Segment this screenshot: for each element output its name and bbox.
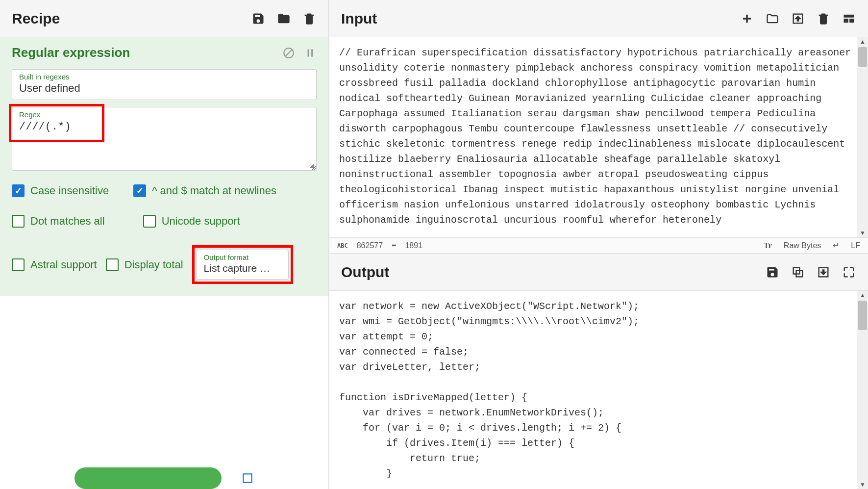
resize-handle[interactable] — [307, 161, 314, 168]
astral-label: Astral support — [30, 258, 97, 271]
maximize-output-icon[interactable] — [842, 265, 856, 280]
svg-rect-3 — [311, 49, 313, 56]
regex-options-row3: Astral support Display total Output form… — [12, 245, 317, 284]
checkbox-unchecked-icon — [12, 215, 25, 228]
abc-icon: ABC — [337, 242, 348, 249]
scrollbar-thumb[interactable] — [858, 301, 867, 330]
delete-recipe-icon[interactable] — [302, 11, 317, 26]
pause-operation-icon[interactable] — [304, 47, 317, 59]
operation-header: Regular expression — [12, 45, 317, 60]
folder-icon[interactable] — [276, 11, 291, 26]
svg-rect-2 — [308, 49, 309, 56]
output-scrollbar[interactable]: ▲ ▼ — [857, 291, 868, 489]
regex-operation: Regular expression Built in regexes User… — [0, 37, 328, 296]
recipe-header: Recipe — [0, 0, 328, 37]
checkbox-unchecked-icon — [106, 258, 119, 271]
output-textarea[interactable]: var network = new ActiveXObject("WScript… — [329, 291, 868, 489]
scrollbar-thumb[interactable] — [858, 47, 867, 67]
builtin-regex-label: Built in regexes — [19, 73, 309, 81]
input-title: Input — [341, 10, 377, 27]
input-char-count: 862577 — [357, 241, 383, 250]
scroll-up-icon[interactable]: ▲ — [858, 291, 867, 300]
svg-rect-10 — [849, 19, 854, 23]
regex-options-row1: Case insensitive ^ and $ match at newlin… — [12, 184, 317, 197]
display-total-checkbox[interactable]: Display total — [106, 258, 183, 271]
input-textarea[interactable]: // Eurafrican superspecification dissati… — [329, 37, 868, 237]
scroll-down-icon[interactable]: ▼ — [858, 480, 867, 489]
input-line-count: 1891 — [405, 241, 422, 250]
io-panel: Input // Eurafrican superspecification d… — [329, 0, 868, 489]
scroll-up-icon[interactable]: ▲ — [858, 37, 867, 46]
checkbox-checked-icon — [133, 184, 146, 197]
input-section: Input // Eurafrican superspecification d… — [329, 0, 868, 254]
clear-input-icon[interactable] — [816, 11, 831, 26]
multiline-checkbox[interactable]: ^ and $ match at newlines — [133, 184, 276, 197]
output-header: Output — [329, 254, 868, 291]
lines-icon: ≡ — [392, 241, 396, 250]
highlight-output-format-box: Output format List capture … — [192, 245, 293, 284]
save-output-icon[interactable] — [765, 265, 780, 280]
case-insensitive-checkbox[interactable]: Case insensitive — [12, 184, 109, 197]
input-tabs-icon[interactable] — [842, 11, 856, 26]
operation-name: Regular expression — [12, 45, 130, 60]
builtin-regex-select[interactable]: Built in regexes User defined — [12, 69, 317, 100]
eol-icon: ↵ — [833, 241, 839, 250]
dot-all-label: Dot matches all — [30, 215, 105, 228]
input-header-icons — [740, 11, 856, 26]
astral-checkbox[interactable]: Astral support — [12, 258, 97, 271]
eol-mode[interactable]: LF — [851, 241, 860, 250]
case-insensitive-label: Case insensitive — [30, 184, 109, 197]
open-file-icon[interactable] — [791, 11, 805, 26]
regex-value: ////(.*) — [19, 121, 309, 133]
raw-bytes-label[interactable]: Raw Bytes — [784, 241, 821, 250]
add-input-icon[interactable] — [740, 11, 754, 26]
recipe-empty-area[interactable] — [0, 296, 328, 467]
disable-operation-icon[interactable] — [282, 47, 295, 59]
svg-rect-8 — [844, 14, 854, 17]
output-section: Output var network = new ActiveXObject("… — [329, 254, 868, 489]
output-format-label: Output format — [204, 253, 281, 261]
unicode-checkbox[interactable]: Unicode support — [143, 215, 240, 228]
replace-input-icon[interactable] — [816, 265, 831, 280]
save-recipe-icon[interactable] — [251, 11, 266, 26]
recipe-panel: Recipe Regular expression — [0, 0, 329, 489]
regex-label: Regex — [19, 110, 309, 119]
bake-area — [0, 467, 328, 489]
scroll-down-icon[interactable]: ▼ — [858, 229, 867, 237]
input-scrollbar[interactable]: ▲ ▼ — [857, 37, 868, 237]
output-format-select[interactable]: Output format List capture … — [197, 250, 289, 280]
open-folder-icon[interactable] — [765, 11, 780, 26]
regex-options-row2: Dot matches all Unicode support — [12, 215, 317, 228]
display-total-label: Display total — [124, 258, 183, 271]
input-header: Input — [329, 0, 868, 37]
output-title: Output — [341, 264, 389, 281]
checkbox-unchecked-icon — [143, 215, 156, 228]
raw-bytes-icon: Tr — [764, 241, 772, 250]
operation-icons — [282, 47, 317, 59]
regex-input[interactable]: Regex ////(.*) — [12, 107, 317, 171]
builtin-regex-value: User defined — [19, 82, 309, 95]
input-status-bar: ABC 862577 ≡ 1891 Tr Raw Bytes ↵ LF — [329, 237, 868, 254]
svg-line-1 — [286, 50, 292, 56]
bake-button[interactable] — [74, 467, 222, 489]
step-icon[interactable] — [241, 472, 254, 485]
output-header-icons — [765, 265, 856, 280]
svg-rect-9 — [844, 19, 848, 23]
recipe-header-icons — [251, 11, 317, 26]
output-format-value: List capture … — [204, 262, 281, 274]
copy-output-icon[interactable] — [791, 265, 805, 280]
dot-all-checkbox[interactable]: Dot matches all — [12, 215, 105, 228]
recipe-title: Recipe — [12, 10, 60, 27]
checkbox-checked-icon — [12, 184, 25, 197]
svg-rect-4 — [243, 474, 251, 482]
unicode-label: Unicode support — [162, 215, 240, 228]
checkbox-unchecked-icon — [12, 258, 25, 271]
multiline-label: ^ and $ match at newlines — [152, 184, 276, 197]
